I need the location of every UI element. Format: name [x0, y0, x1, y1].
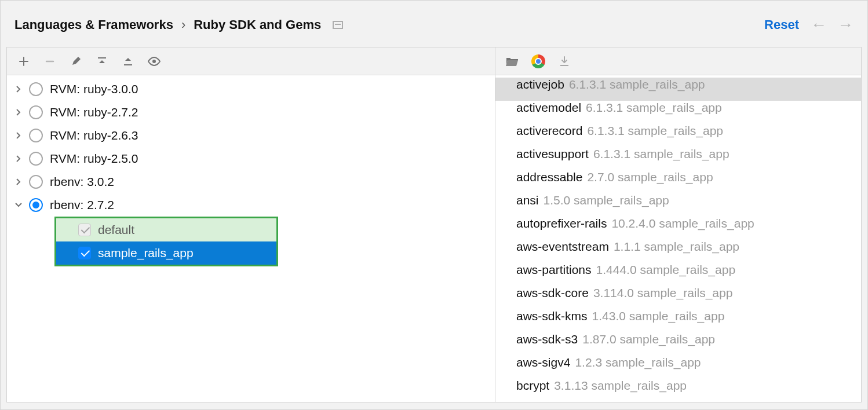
- gem-meta: 6.1.3.1 sample_rails_app: [586, 101, 722, 115]
- gem-name: ansi: [516, 193, 539, 207]
- sdk-radio[interactable]: [29, 198, 43, 212]
- gem-row[interactable]: activemodel6.1.3.1 sample_rails_app: [495, 101, 861, 124]
- gem-name: activerecord: [516, 124, 582, 138]
- sdk-row[interactable]: RVM: ruby-2.7.2: [7, 101, 495, 124]
- sdk-radio[interactable]: [29, 152, 43, 166]
- gem-row[interactable]: autoprefixer-rails10.2.4.0 sample_rails_…: [495, 217, 861, 240]
- expand-all-button[interactable]: [90, 52, 114, 71]
- collapse-all-button[interactable]: [116, 52, 140, 71]
- reset-button[interactable]: Reset: [764, 17, 799, 32]
- gem-meta: 3.114.0 sample_rails_app: [593, 286, 733, 300]
- add-sdk-button[interactable]: [12, 52, 36, 71]
- breadcrumb-current: Ruby SDK and Gems: [194, 17, 321, 32]
- chevron-right-icon[interactable]: [13, 155, 24, 162]
- gem-meta: 6.1.3.1 sample_rails_app: [569, 78, 705, 91]
- sdk-radio[interactable]: [29, 175, 43, 189]
- chevron-down-icon[interactable]: [13, 203, 24, 207]
- nav-back-icon[interactable]: ←: [811, 17, 827, 33]
- header: Languages & Frameworks › Ruby SDK and Ge…: [6, 6, 862, 47]
- svg-point-2: [152, 60, 156, 63]
- gem-row[interactable]: aws-partitions1.444.0 sample_rails_app: [495, 263, 861, 286]
- sdk-label: RVM: ruby-2.5.0: [50, 152, 138, 166]
- gemset-highlight-box: defaultsample_rails_app: [54, 217, 278, 266]
- sdk-radio[interactable]: [29, 129, 43, 142]
- gem-meta: 1.444.0 sample_rails_app: [596, 263, 736, 277]
- svg-rect-1: [124, 64, 132, 65]
- sdk-label: rbenv: 2.7.2: [50, 198, 114, 212]
- gem-row[interactable]: activerecord6.1.3.1 sample_rails_app: [495, 124, 861, 147]
- gem-meta: 2.7.0 sample_rails_app: [587, 170, 713, 184]
- gem-meta: 3.1.13 sample_rails_app: [554, 379, 687, 393]
- gem-name: aws-sigv4: [516, 356, 570, 369]
- sdk-label: rbenv: 3.0.2: [50, 175, 114, 189]
- gem-name: aws-eventstream: [516, 240, 609, 254]
- breadcrumb-parent[interactable]: Languages & Frameworks: [14, 17, 173, 32]
- sdk-radio[interactable]: [29, 82, 43, 96]
- edit-sdk-button[interactable]: [64, 52, 88, 71]
- gemset-row[interactable]: sample_rails_app: [56, 241, 276, 265]
- chevron-right-icon[interactable]: [13, 132, 24, 139]
- chevron-right-icon[interactable]: [13, 109, 24, 116]
- gem-row[interactable]: bcrypt3.1.13 sample_rails_app: [495, 379, 861, 402]
- show-hidden-button[interactable]: [142, 52, 166, 71]
- svg-rect-3: [560, 65, 568, 66]
- show-only-modified-icon[interactable]: [333, 21, 343, 29]
- gem-row[interactable]: ansi1.5.0 sample_rails_app: [495, 193, 861, 217]
- gem-name: aws-partitions: [516, 263, 592, 277]
- nav-forward-icon[interactable]: →: [837, 17, 854, 33]
- gem-list[interactable]: activejob6.1.3.1 sample_rails_appactivem…: [495, 75, 861, 402]
- gem-meta: 1.5.0 sample_rails_app: [544, 193, 669, 207]
- gem-name: autoprefixer-rails: [516, 217, 607, 230]
- gem-name: bcrypt: [516, 379, 549, 393]
- open-folder-button[interactable]: [500, 52, 524, 71]
- gem-meta: 1.1.1 sample_rails_app: [614, 240, 739, 254]
- gem-row[interactable]: addressable2.7.0 sample_rails_app: [495, 170, 861, 193]
- chevron-right-icon: ›: [181, 17, 185, 32]
- gemset-checkbox[interactable]: [78, 247, 91, 259]
- gems-panel: activejob6.1.3.1 sample_rails_appactivem…: [495, 47, 862, 402]
- gem-meta: 1.43.0 sample_rails_app: [592, 309, 725, 323]
- svg-rect-0: [98, 57, 106, 58]
- gem-name: aws-sdk-kms: [516, 309, 588, 323]
- remove-sdk-button[interactable]: [38, 52, 62, 71]
- sdk-row[interactable]: rbenv: 2.7.2: [7, 193, 495, 217]
- gem-row[interactable]: activejob6.1.3.1 sample_rails_app: [495, 78, 861, 101]
- gem-name: activemodel: [516, 101, 581, 115]
- gem-meta: 6.1.3.1 sample_rails_app: [587, 124, 723, 138]
- sdk-radio[interactable]: [29, 105, 43, 119]
- gem-meta: 1.2.3 sample_rails_app: [575, 356, 701, 369]
- gemset-label: sample_rails_app: [98, 246, 194, 260]
- gems-toolbar: [495, 47, 861, 75]
- gem-row[interactable]: aws-eventstream1.1.1 sample_rails_app: [495, 240, 861, 263]
- gem-name: activejob: [516, 78, 564, 91]
- gemset-checkbox: [78, 224, 91, 236]
- gemset-label: default: [98, 223, 134, 237]
- gem-row[interactable]: aws-sigv41.2.3 sample_rails_app: [495, 356, 861, 379]
- download-gem-button[interactable]: [552, 52, 577, 71]
- sdk-label: RVM: ruby-2.6.3: [50, 129, 138, 142]
- sdk-row[interactable]: RVM: ruby-3.0.0: [7, 78, 495, 101]
- gem-row[interactable]: aws-sdk-core3.114.0 sample_rails_app: [495, 286, 861, 309]
- gem-row[interactable]: activesupport6.1.3.1 sample_rails_app: [495, 147, 861, 170]
- chevron-right-icon[interactable]: [13, 86, 24, 93]
- sdk-row[interactable]: RVM: ruby-2.5.0: [7, 147, 495, 170]
- gem-meta: 10.2.4.0 sample_rails_app: [611, 217, 754, 230]
- gem-name: activesupport: [516, 147, 589, 161]
- gem-name: aws-sdk-core: [516, 286, 589, 300]
- gem-meta: 1.87.0 sample_rails_app: [582, 332, 715, 346]
- sdk-row[interactable]: RVM: ruby-2.6.3: [7, 124, 495, 147]
- gem-row[interactable]: aws-sdk-kms1.43.0 sample_rails_app: [495, 309, 861, 332]
- breadcrumb: Languages & Frameworks › Ruby SDK and Ge…: [14, 17, 764, 32]
- chevron-right-icon[interactable]: [13, 178, 24, 185]
- sdk-label: RVM: ruby-2.7.2: [50, 105, 138, 119]
- sdk-tree[interactable]: RVM: ruby-3.0.0RVM: ruby-2.7.2RVM: ruby-…: [7, 75, 495, 402]
- gemset-row[interactable]: default: [56, 218, 276, 241]
- gem-name: addressable: [516, 170, 582, 184]
- gem-meta: 6.1.3.1 sample_rails_app: [593, 147, 730, 161]
- sdk-row[interactable]: rbenv: 3.0.2: [7, 170, 495, 193]
- sdk-toolbar: [7, 47, 495, 75]
- sdk-label: RVM: ruby-3.0.0: [50, 82, 138, 96]
- open-in-browser-button[interactable]: [526, 52, 550, 71]
- chrome-icon: [531, 54, 545, 68]
- gem-row[interactable]: aws-sdk-s31.87.0 sample_rails_app: [495, 332, 861, 356]
